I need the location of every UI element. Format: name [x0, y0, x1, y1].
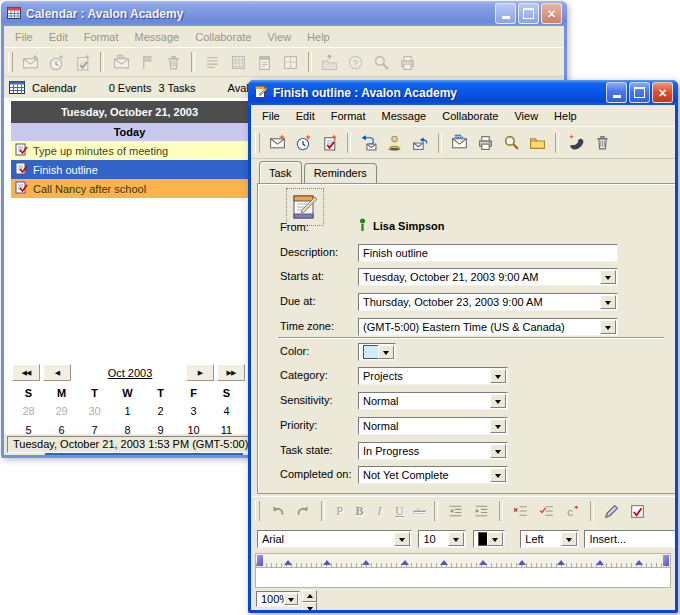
menu-item-edit[interactable]: Edit: [288, 108, 323, 124]
week-view-icon[interactable]: [278, 50, 303, 74]
tab-stop-marker[interactable]: [635, 556, 643, 565]
dropdown-arrow-icon[interactable]: [490, 468, 506, 482]
font-family-select[interactable]: Arial: [257, 530, 412, 548]
task-item[interactable]: Type up minutes of meeting: [11, 141, 248, 160]
print-icon[interactable]: [473, 131, 498, 155]
ruler[interactable]: [255, 553, 671, 568]
maximize-button[interactable]: [629, 82, 650, 103]
dropdown-arrow-icon[interactable]: [394, 532, 410, 546]
calendar-day[interactable]: 2: [144, 401, 177, 420]
case-change-icon[interactable]: c: [560, 499, 585, 523]
highlight-pen-icon[interactable]: [599, 499, 624, 523]
calendar-day[interactable]: 3: [177, 401, 210, 420]
print-icon[interactable]: [395, 50, 420, 74]
task-item-selected[interactable]: Finish outline: [11, 160, 248, 179]
minimize-button[interactable]: [495, 3, 516, 24]
list-check-icon[interactable]: [534, 499, 559, 523]
toolbar-grip[interactable]: [8, 52, 13, 72]
new-mail-icon[interactable]: [18, 50, 43, 74]
tab-stop-marker[interactable]: [284, 556, 292, 565]
tab-stop-marker[interactable]: [401, 556, 409, 565]
new-mail-icon[interactable]: [265, 131, 290, 155]
underline-button[interactable]: U: [390, 504, 409, 519]
description-input[interactable]: Finish outline: [358, 244, 618, 262]
prev-year-button[interactable]: ◀◀: [12, 364, 40, 381]
menu-item-format[interactable]: Format: [323, 108, 374, 124]
list-remove-icon[interactable]: [508, 499, 533, 523]
new-task-icon[interactable]: [317, 131, 342, 155]
list-view-icon[interactable]: [200, 50, 225, 74]
sensitivity-select[interactable]: Normal: [358, 392, 508, 410]
help-icon[interactable]: ?: [343, 50, 368, 74]
tab-stop-marker[interactable]: [479, 556, 487, 565]
find-icon[interactable]: [499, 131, 524, 155]
tab-reminders[interactable]: Reminders: [304, 163, 377, 183]
dropdown-arrow-icon[interactable]: [600, 295, 616, 309]
calendar-window-titlebar[interactable]: Calendar : Avalon Academy ×: [1, 1, 567, 26]
spin-down-icon[interactable]: [302, 602, 317, 610]
starts-at-select[interactable]: Tuesday, October 21, 2003 9:00 AM: [358, 268, 618, 286]
message-body[interactable]: [255, 568, 671, 588]
menu-item-help[interactable]: Help: [546, 108, 585, 124]
calendar-day[interactable]: 28: [12, 401, 45, 420]
find-icon[interactable]: [369, 50, 394, 74]
dropdown-arrow-icon[interactable]: [600, 270, 616, 284]
insert-field[interactable]: Insert...: [584, 530, 675, 548]
tab-stop-marker[interactable]: [518, 556, 526, 565]
next-year-button[interactable]: ▶▶: [217, 364, 245, 381]
post-message-icon[interactable]: [382, 131, 407, 155]
prev-month-button[interactable]: ◀: [43, 364, 71, 381]
completed-on-select[interactable]: Not Yet Complete: [358, 466, 508, 484]
tab-task[interactable]: Task: [259, 161, 302, 183]
font-size-select[interactable]: 10: [418, 530, 465, 548]
mail-properties-icon[interactable]: [447, 131, 472, 155]
spin-up-icon[interactable]: [302, 590, 317, 602]
folder-icon[interactable]: [525, 131, 550, 155]
calendar-day[interactable]: 30: [78, 401, 111, 420]
month-label[interactable]: Oct 2003: [74, 367, 186, 379]
spell-check-icon[interactable]: [625, 499, 650, 523]
italic-button[interactable]: I: [370, 504, 389, 519]
new-task-icon[interactable]: [70, 50, 95, 74]
send-item-icon[interactable]: [356, 131, 381, 155]
dropdown-arrow-icon[interactable]: [490, 369, 506, 383]
task-window-titlebar[interactable]: Finish outline : Avalon Academy ×: [248, 80, 678, 105]
mail-properties-icon[interactable]: [109, 50, 134, 74]
priority-select[interactable]: Normal: [358, 417, 508, 435]
calendar-day[interactable]: 29: [45, 401, 78, 420]
alignment-select[interactable]: Left: [520, 530, 579, 548]
due-at-select[interactable]: Thursday, October 23, 2003 9:00 AM: [358, 293, 618, 311]
calendar-day[interactable]: 4: [210, 401, 243, 420]
dropdown-arrow-icon[interactable]: [284, 593, 298, 605]
phone-icon[interactable]: [564, 131, 589, 155]
left-indent-marker[interactable]: [257, 555, 263, 566]
right-indent-marker[interactable]: [663, 555, 669, 566]
date-page-icon[interactable]: [252, 50, 277, 74]
tab-stop-marker[interactable]: [557, 556, 565, 565]
reply-icon[interactable]: [408, 131, 433, 155]
redo-icon[interactable]: [291, 499, 316, 523]
dropdown-arrow-icon[interactable]: [561, 532, 577, 546]
dropdown-arrow-icon[interactable]: [378, 345, 394, 359]
category-select[interactable]: Projects: [358, 367, 508, 385]
delete-icon[interactable]: [161, 50, 186, 74]
tab-stop-marker[interactable]: [323, 556, 331, 565]
close-button[interactable]: ×: [652, 82, 673, 103]
toolbar-grip[interactable]: [255, 133, 260, 153]
task-state-select[interactable]: In Progress: [358, 442, 508, 460]
menu-item-message[interactable]: Message: [374, 108, 435, 124]
month-view-icon[interactable]: [226, 50, 251, 74]
dropdown-arrow-icon[interactable]: [490, 394, 506, 408]
bold-button[interactable]: B: [350, 504, 369, 519]
tab-stop-marker[interactable]: [596, 556, 604, 565]
strikethrough-button[interactable]: abc: [410, 506, 429, 516]
next-month-button[interactable]: ▶: [186, 364, 214, 381]
toolbar-grip[interactable]: [255, 501, 260, 521]
menu-item-collaborate[interactable]: Collaborate: [434, 108, 506, 124]
dropdown-arrow-icon[interactable]: [490, 444, 506, 458]
font-color-select[interactable]: [473, 530, 506, 548]
delete-icon[interactable]: [590, 131, 615, 155]
view-label[interactable]: Calendar: [32, 82, 77, 94]
undo-icon[interactable]: [265, 499, 290, 523]
zoom-spinner[interactable]: [302, 590, 317, 608]
